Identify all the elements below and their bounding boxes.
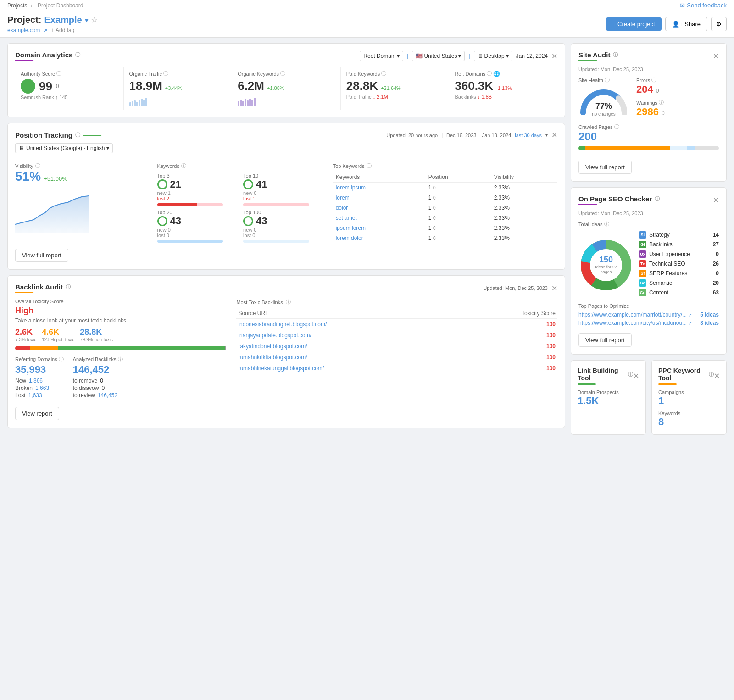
filter-device[interactable]: 🖥 Desktop ▾ (474, 51, 512, 61)
close-ba-icon[interactable]: ✕ (551, 284, 557, 293)
pt-kw-top100: Top 100 43 new 0 lost 0 (243, 210, 326, 243)
filter-country[interactable]: 🇺🇸 United States ▾ (412, 51, 465, 61)
rd2-info-icon[interactable]: ⓘ (59, 356, 64, 362)
ab-info-icon[interactable]: ⓘ (118, 356, 123, 362)
ba-content: Overall Toxicity Score High Take a close… (15, 299, 557, 400)
pk-info-icon[interactable]: ⓘ (381, 70, 386, 77)
ops-pages-list: https://www.example.com/marriott/country… (578, 311, 719, 326)
close-ops-icon[interactable]: ✕ (713, 196, 719, 205)
ppc-info-icon[interactable]: ⓘ (709, 371, 714, 378)
top20-bar (157, 240, 223, 243)
ba-view-report-button[interactable]: View report (15, 407, 59, 420)
date-dropdown-icon[interactable]: ▾ (545, 133, 548, 138)
ops-legend-item: St Strategy 14 (639, 231, 719, 239)
vis-info-icon[interactable]: ⓘ (35, 162, 40, 169)
pt-view-report-button[interactable]: View full report (15, 249, 68, 262)
site-audit-card: Site Audit ⓘ ✕ Updated: Mon, Dec 25, 202… (571, 43, 727, 182)
warn-info-icon[interactable]: ⓘ (659, 99, 664, 106)
url-text[interactable]: example.com (7, 27, 40, 33)
add-tag-btn[interactable]: + Add tag (51, 27, 74, 33)
da-title-bar: Domain Analytics ⓘ (15, 51, 80, 61)
sa-errors: Errors ⓘ 204 0 (636, 77, 719, 95)
pt-title: Position Tracking ⓘ (15, 131, 101, 139)
top10-bar (243, 203, 309, 206)
da-paid-keywords: Paid Keywords ⓘ 28.8K +21.64% Paid Traff… (341, 67, 450, 110)
ops-header: On Page SEO Checker ⓘ ✕ (578, 195, 719, 205)
lb-info-icon[interactable]: ⓘ (628, 371, 633, 378)
external-link-icon[interactable]: ↗ (44, 28, 47, 33)
ops-dot: Sf (639, 270, 646, 277)
sa-progress-bar (578, 146, 719, 150)
ops-view-report-button[interactable]: View full report (578, 333, 632, 347)
ok-chart (238, 95, 335, 106)
ba-info-icon[interactable]: ⓘ (66, 283, 71, 290)
pt-info-icon[interactable]: ⓘ (75, 132, 80, 139)
svg-marker-0 (15, 196, 89, 233)
mt-info-icon[interactable]: ⓘ (286, 299, 291, 306)
star-icon[interactable]: ☆ (91, 16, 97, 24)
sh-info-icon[interactable]: ⓘ (605, 77, 610, 83)
sa-gauge-wrap: Site Health ⓘ 77% no changes (578, 77, 629, 117)
sa-view-report-button[interactable]: View full report (578, 161, 632, 174)
filter-root-domain[interactable]: Root Domain ▾ (360, 51, 403, 61)
da-metrics: Authority Score ⓘ 99 0 Semrush Rank ↑ 14… (15, 67, 557, 110)
backlink-audit-card: Backlink Audit ⓘ Updated: Mon, Dec 25, 2… (7, 275, 565, 428)
right-column: Site Audit ⓘ ✕ Updated: Mon, Dec 25, 202… (571, 43, 727, 435)
lb-underline (578, 383, 596, 385)
table-row: lorem 1 0 2.33% (333, 193, 557, 203)
ops-info-icon[interactable]: ⓘ (655, 195, 660, 202)
page-header: Project: Example ▾ ☆ example.com ↗ + Add… (0, 11, 734, 38)
sa-seg-other2 (687, 146, 695, 150)
ba-bar-pot-toxic (30, 346, 58, 350)
ba-title: Backlink Audit ⓘ (15, 283, 71, 291)
desktop-pt-icon: 🖥 (19, 145, 24, 151)
create-project-button[interactable]: + Create project (606, 17, 662, 31)
share-button[interactable]: 👤+ Share (665, 17, 707, 31)
ba-bar-toxic (15, 346, 30, 350)
tk-info-icon[interactable]: ⓘ (367, 162, 372, 169)
breadcrumb: Projects › Project Dashboard (7, 2, 85, 9)
close-pt-icon[interactable]: ✕ (551, 131, 557, 139)
ops-dot: Gl (639, 241, 646, 248)
share-icon: 👤+ (672, 21, 683, 28)
dropdown-icon2: ▾ (506, 53, 509, 59)
err-info-icon[interactable]: ⓘ (651, 77, 656, 83)
dropdown-arrow-icon: ▾ (397, 53, 400, 59)
left-column: Domain Analytics ⓘ Root Domain ▾ | 🇺🇸 (7, 43, 565, 435)
ops-legend-item: Se Semantic 20 (639, 279, 719, 287)
ba-right: Most Toxic Backlinks ⓘ Source URL Toxici… (236, 299, 557, 400)
dropdown-arrow-icon[interactable]: ▾ (85, 17, 88, 24)
filter-date: Jan 12, 2024 (516, 53, 548, 59)
ba-left: Overall Toxicity Score High Take a close… (15, 299, 229, 400)
kw-info-icon[interactable]: ⓘ (181, 162, 186, 169)
settings-button[interactable]: ⚙ (711, 17, 727, 31)
ot-info-icon[interactable]: ⓘ (163, 70, 168, 77)
rd-info-icon[interactable]: ⓘ (487, 70, 492, 77)
project-name[interactable]: Example (44, 15, 82, 25)
close-ppc-icon[interactable]: ✕ (714, 372, 720, 380)
ba-bar-non-toxic (58, 346, 225, 350)
cp-info-icon[interactable]: ⓘ (614, 123, 619, 130)
pt-content: Visibility ⓘ 51% +51.00% (15, 162, 557, 243)
ba-toxicity-bar (15, 346, 229, 350)
close-lb-icon[interactable]: ✕ (633, 372, 639, 380)
ops-underline (578, 204, 597, 205)
ba-rd-rows: New1,366 Broken1,663 Lost1,633 (15, 378, 64, 399)
ti-info-icon[interactable]: ⓘ (604, 221, 609, 228)
close-sa-icon[interactable]: ✕ (713, 52, 719, 61)
last30-dropdown[interactable]: last 30 days (515, 133, 542, 138)
ba-domains: Referring Domains ⓘ 35,993 New1,366 Brok… (15, 356, 229, 400)
project-title: Project: Example ▾ ☆ (7, 15, 97, 25)
da-info-icon[interactable]: ⓘ (75, 51, 80, 58)
bottom-cards: Link Building Tool ⓘ ✕ Domain Prospects … (571, 360, 727, 435)
close-da-icon[interactable]: ✕ (551, 52, 557, 61)
ok-info-icon[interactable]: ⓘ (280, 70, 285, 77)
ops-title: On Page SEO Checker ⓘ (578, 195, 660, 203)
authority-info-icon[interactable]: ⓘ (56, 70, 61, 77)
table-row: ipsum lorem 1 0 2.33% (333, 223, 557, 233)
sa-info-icon[interactable]: ⓘ (613, 51, 618, 58)
send-feedback-btn[interactable]: ✉ Send feedback (680, 2, 727, 9)
sa-seg-other (670, 146, 687, 150)
pt-location[interactable]: 🖥 United States (Google) · English ▾ (15, 143, 113, 153)
breadcrumb-projects[interactable]: Projects (7, 2, 27, 9)
